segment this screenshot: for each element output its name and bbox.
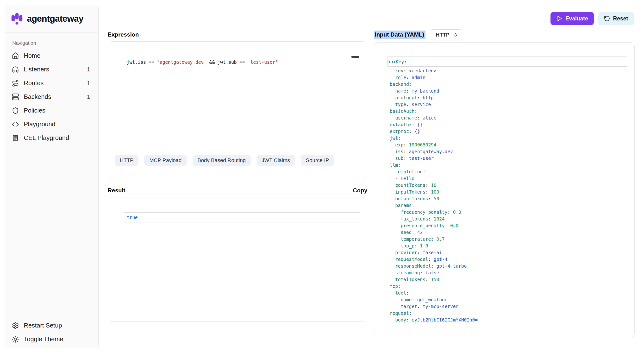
sidebar-item-label: Toggle Theme xyxy=(24,336,63,343)
rotate-ccw-icon xyxy=(604,16,610,22)
toolbar: Evaluate Reset xyxy=(550,12,634,25)
sample-tag-body-based-routing[interactable]: Body Based Routing xyxy=(192,155,251,166)
copy-button[interactable]: Copy xyxy=(353,187,367,194)
yaml-key: provider xyxy=(395,250,417,255)
yaml-key: sub xyxy=(395,156,403,161)
notepad-icon xyxy=(12,134,19,142)
yaml-key: top_p xyxy=(401,243,414,248)
sidebar-footer: Restart SetupToggle Theme xyxy=(5,318,98,348)
yaml-colon: : xyxy=(403,149,406,154)
yaml-colon: : xyxy=(431,263,434,268)
yaml-line: username: alice xyxy=(390,114,627,121)
yaml-colon: : xyxy=(398,136,400,141)
sample-tag-mcp-payload[interactable]: MCP Payload xyxy=(144,155,186,166)
sidebar-item-playground[interactable]: Playground xyxy=(8,118,96,130)
yaml-editor[interactable]: apiKey:key: <redacted>role: adminbackend… xyxy=(374,42,634,337)
editor-boundary xyxy=(360,67,360,138)
sample-tag-jwt-claims[interactable]: JWT Claims xyxy=(256,155,295,166)
result-value: true xyxy=(127,215,138,220)
shield-icon xyxy=(12,107,19,114)
sun-icon xyxy=(12,336,19,343)
reset-button[interactable]: Reset xyxy=(598,12,634,25)
yaml-key: requestModel xyxy=(395,256,428,262)
yaml-line: presence_penalty: 0.0 xyxy=(390,222,627,229)
yaml-colon: : xyxy=(426,189,428,194)
play-icon xyxy=(556,16,562,22)
sidebar-item-policies[interactable]: Policies xyxy=(8,104,96,117)
evaluate-button[interactable]: Evaluate xyxy=(550,12,594,25)
yaml-colon: : xyxy=(412,230,414,235)
sidebar-item-home[interactable]: Home xyxy=(8,49,96,62)
yaml-key: seed xyxy=(401,230,412,235)
sidebar-item-toggle-theme[interactable]: Toggle Theme xyxy=(8,333,96,346)
yaml-space xyxy=(431,196,434,201)
chevron-up-down-icon xyxy=(453,32,458,37)
sidebar-item-label: Routes xyxy=(24,79,44,87)
yaml-space xyxy=(409,102,412,107)
yaml-value: agentgateway.dev xyxy=(409,149,453,154)
yaml-colon: : xyxy=(426,182,428,188)
yaml-value: 0.0 xyxy=(450,223,458,228)
yaml-space xyxy=(420,115,422,120)
result-panel: true xyxy=(108,197,367,322)
yaml-key: apiKey xyxy=(388,59,404,64)
yaml-colon: : xyxy=(447,210,450,215)
yaml-value: fake-ai xyxy=(422,250,442,255)
yaml-colon: : xyxy=(428,216,431,222)
yaml-space xyxy=(434,236,436,242)
expression-editor[interactable]: jwt.iss == 'agentgateway.dev' && jwt.sub… xyxy=(108,41,367,179)
yaml-line: countTokens: 10 xyxy=(390,182,627,188)
sample-tag-source-ip[interactable]: Source IP xyxy=(301,155,334,166)
sidebar-item-cel-playground[interactable]: CEL Playground xyxy=(8,132,96,144)
yaml-colon: : xyxy=(406,317,409,322)
code-icon xyxy=(12,121,19,128)
yaml-space xyxy=(417,243,420,248)
yaml-space xyxy=(420,250,422,255)
sidebar-item-restart-setup[interactable]: Restart Setup xyxy=(8,319,96,332)
sidebar-item-label: Playground xyxy=(24,120,56,128)
yaml-line: basicAuth: xyxy=(390,108,627,114)
yaml-key: inputTokens xyxy=(395,189,426,194)
expression-input[interactable]: jwt.iss == 'agentgateway.dev' && jwt.sub… xyxy=(124,57,360,67)
yaml-line: responseModel: gpt-4-turbo xyxy=(390,262,627,269)
yaml-colon: : xyxy=(398,162,400,168)
result-label: Result xyxy=(108,187,125,194)
server-icon xyxy=(12,93,19,100)
sidebar: agentgateway Navigation HomeListeners1Ro… xyxy=(5,5,98,348)
yaml-value: {} xyxy=(417,122,422,127)
yaml-colon: : xyxy=(406,102,409,107)
yaml-line: apiKey: xyxy=(387,56,627,66)
yaml-key: completion xyxy=(395,169,422,174)
yaml-line: provider: fake-ai xyxy=(390,249,627,256)
yaml-value: 0.7 xyxy=(436,236,445,242)
yaml-content[interactable]: apiKey:key: <redacted>role: adminbackend… xyxy=(390,56,627,323)
sidebar-item-routes[interactable]: Routes1 xyxy=(8,77,96,90)
yaml-key: mcp xyxy=(390,284,398,289)
yaml-colon: : xyxy=(412,203,414,208)
yaml-space xyxy=(450,210,453,215)
yaml-line: role: admin xyxy=(390,74,627,81)
sidebar-item-backends[interactable]: Backends1 xyxy=(8,90,96,103)
yaml-space xyxy=(409,317,412,322)
yaml-space xyxy=(409,75,412,80)
yaml-space xyxy=(406,142,409,148)
scrollbar-thumb[interactable] xyxy=(352,56,359,58)
yaml-key: extproc xyxy=(390,129,409,134)
yaml-line: type: service xyxy=(390,101,627,108)
yaml-key: iss xyxy=(395,149,403,154)
input-type-select[interactable]: HTTP xyxy=(431,29,462,40)
yaml-line: target: my-mcp-server xyxy=(390,303,627,310)
app-logo[interactable]: agentgateway xyxy=(5,5,98,32)
yaml-key: name xyxy=(401,297,412,302)
yaml-line: max_tokens: 1024 xyxy=(390,216,627,222)
route-icon xyxy=(12,80,19,87)
yaml-line: temperature: 0.7 xyxy=(390,236,627,242)
sample-tag-http[interactable]: HTTP xyxy=(115,155,138,166)
yaml-colon: : xyxy=(417,115,420,120)
yaml-colon: : xyxy=(398,284,400,289)
yaml-line: name: get_weather xyxy=(390,296,627,303)
yaml-line: params: xyxy=(390,202,627,209)
yaml-line: frequency_penalty: 0.0 xyxy=(390,209,627,216)
nav-list: HomeListeners1Routes1Backends1PoliciesPl… xyxy=(5,49,98,145)
sidebar-item-listeners[interactable]: Listeners1 xyxy=(8,63,96,76)
